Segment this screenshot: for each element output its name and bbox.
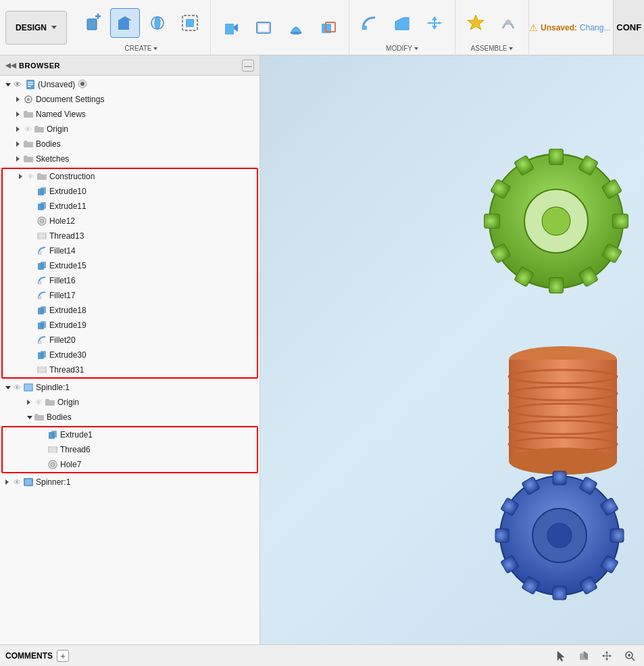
loft-button[interactable] <box>281 13 311 43</box>
thread13-icon <box>36 231 47 241</box>
create-section2 <box>211 0 349 55</box>
svg-rect-7 <box>186 19 194 27</box>
thread31-icon <box>36 364 47 375</box>
svg-rect-29 <box>41 202 46 209</box>
tree-bodies[interactable]: Bodies <box>0 137 259 151</box>
combine-button[interactable] <box>314 13 343 43</box>
create-label[interactable]: CREATE <box>125 45 158 52</box>
tree-sketches[interactable]: Sketches <box>0 151 259 166</box>
design-button[interactable]: DESIGN <box>5 11 67 45</box>
loft-icon <box>287 18 305 37</box>
tree-extrude19[interactable]: Extrude19 <box>3 318 257 333</box>
chamfer-button[interactable] <box>387 8 417 38</box>
tree-hole12[interactable]: Hole12 <box>3 214 257 229</box>
construction-eye-slash-icon[interactable]: 👁 <box>26 172 35 181</box>
conf-button[interactable]: CONF <box>613 0 644 55</box>
fillet-button[interactable] <box>355 8 385 38</box>
move-button[interactable] <box>420 8 449 38</box>
new-component-button[interactable] <box>78 8 107 38</box>
comments-section: COMMENTS + <box>5 650 69 662</box>
extrude1-icon <box>47 429 58 440</box>
svg-rect-45 <box>39 341 41 343</box>
collapse-icon[interactable]: ◀◀ <box>5 62 16 69</box>
modify-label[interactable]: MODIFY <box>386 45 418 52</box>
fillet14-label: Fillet14 <box>49 246 76 256</box>
cursor-tool-button[interactable] <box>552 647 570 665</box>
spindle-origin-eye-icon[interactable]: 👁 <box>34 398 43 407</box>
browser-collapse-button[interactable]: — <box>242 60 254 72</box>
doc-settings-gear-icon <box>23 94 34 105</box>
tree-spindle-bodies[interactable]: Bodies <box>0 410 259 425</box>
bodies-items-group: Extrude1 Thread6 Hole7 <box>1 426 258 473</box>
extrude19-label: Extrude19 <box>49 320 86 330</box>
browser-title-area: ◀◀ BROWSER <box>5 62 60 70</box>
viewport[interactable] <box>260 55 644 644</box>
tree-hole7[interactable]: Hole7 <box>3 457 257 472</box>
eye-visible-icon[interactable]: 👁 <box>12 79 23 90</box>
construction-folder-icon <box>36 171 47 182</box>
tree-extrude1[interactable]: Extrude1 <box>3 427 257 442</box>
tree-extrude10[interactable]: Extrude10 <box>3 184 257 199</box>
extrude30-label: Extrude30 <box>49 350 86 360</box>
tree-extrude30[interactable]: Extrude30 <box>3 348 257 362</box>
svg-point-11 <box>291 32 301 34</box>
fillet16-label: Fillet16 <box>49 276 76 285</box>
tree-named-views[interactable]: Named Views <box>0 107 259 122</box>
extrude11-icon <box>36 201 47 212</box>
pan-tool-button[interactable] <box>598 647 616 665</box>
svg-rect-0 <box>87 19 97 30</box>
construction-label: Construction <box>49 172 95 181</box>
create-section: CREATE <box>72 0 211 55</box>
doc-settings-label: Document Settings <box>36 95 104 104</box>
modify-tools <box>355 3 449 43</box>
tree-thread31[interactable]: Thread31 <box>3 362 257 377</box>
tree-thread6[interactable]: Thread6 <box>3 442 257 457</box>
tree-construction[interactable]: 👁 Construction <box>3 169 257 184</box>
revolve-button[interactable] <box>143 8 172 38</box>
assemble-star-button[interactable] <box>461 8 491 38</box>
push-pull-button[interactable] <box>216 13 246 43</box>
tree-spindle[interactable]: 👁 Spindle:1 <box>0 380 259 395</box>
gear-orange <box>495 333 630 481</box>
tree-origin[interactable]: 👁 Origin <box>0 122 259 137</box>
origin-eye-slash-icon[interactable]: 👁 <box>23 124 32 134</box>
tree-extrude18[interactable]: Extrude18 <box>3 303 257 318</box>
extrude15-label: Extrude15 <box>49 261 86 270</box>
named-views-folder-icon <box>23 109 34 120</box>
zoom-tool-button[interactable] <box>621 647 639 665</box>
svg-rect-20 <box>28 84 33 85</box>
tree-extrude11[interactable]: Extrude11 <box>3 199 257 214</box>
tree-fillet20[interactable]: Fillet20 <box>3 333 257 348</box>
spinner-eye-icon[interactable]: 👁 <box>12 477 22 487</box>
extrude-button[interactable] <box>110 8 140 38</box>
tree-doc-settings[interactable]: Document Settings <box>0 92 259 107</box>
tree-fillet17[interactable]: Fillet17 <box>3 288 257 303</box>
root-expand-arrow <box>3 80 11 89</box>
tree-root[interactable]: 👁 (Unsaved) <box>0 77 259 92</box>
spindle-eye-icon[interactable]: 👁 <box>12 383 22 392</box>
shell-button[interactable] <box>249 13 278 43</box>
extrude1-label: Extrude1 <box>60 430 93 439</box>
svg-rect-27 <box>41 187 46 194</box>
tree-thread13[interactable]: Thread13 <box>3 229 257 243</box>
assemble-joint-icon <box>499 14 518 32</box>
view-tool-button[interactable] <box>575 647 593 665</box>
svg-point-25 <box>27 98 30 101</box>
svg-rect-94 <box>553 586 566 600</box>
tree-spindle-origin[interactable]: 👁 Origin <box>0 395 259 410</box>
chamfer-icon <box>393 14 412 32</box>
tree-fillet16[interactable]: Fillet16 <box>3 273 257 288</box>
tree-fillet14[interactable]: Fillet14 <box>3 243 257 258</box>
spindle-origin-label: Origin <box>57 398 79 407</box>
bottom-tools <box>552 647 639 665</box>
assemble-label[interactable]: ASSEMBLE <box>471 45 514 52</box>
add-comment-button[interactable]: + <box>57 650 69 662</box>
tree-extrude15[interactable]: Extrude15 <box>3 258 257 273</box>
box-select-button[interactable] <box>175 8 205 38</box>
change-label[interactable]: Chang... <box>580 23 610 32</box>
cursor-icon <box>555 650 567 662</box>
spindle-arrow <box>3 383 11 391</box>
tree-spinner[interactable]: 👁 Spinner:1 <box>0 475 259 490</box>
assemble-joint-button[interactable] <box>493 8 523 38</box>
svg-rect-10 <box>259 24 268 31</box>
